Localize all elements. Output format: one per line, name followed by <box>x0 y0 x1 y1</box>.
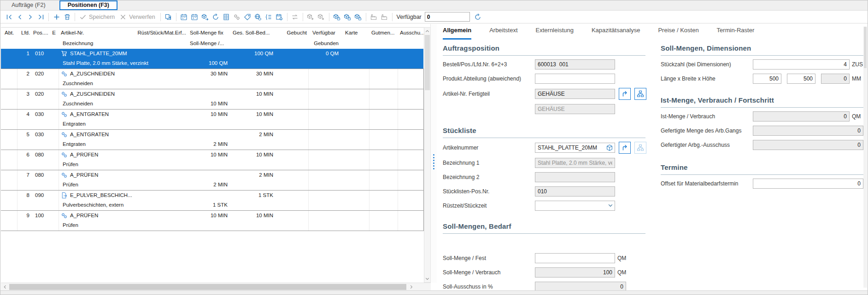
calendar-icon[interactable] <box>180 12 188 21</box>
cell-soll-fix: 10 MIN <box>188 150 231 160</box>
cell-ges-soll: 10 MIN <box>231 150 277 160</box>
cell-lfd: 7 <box>18 170 31 180</box>
artikelnummer-field[interactable] <box>535 143 615 153</box>
save-button[interactable]: Speichern <box>89 14 115 20</box>
col-header-abt[interactable]: Abt. <box>1 28 18 38</box>
soll-menge-verbrauch-field[interactable] <box>535 267 615 278</box>
cube-lock-icon[interactable] <box>354 12 363 21</box>
table-row[interactable]: 1 010 STAHL_PLATTE_20MM 100 QM 0 QM Stah… <box>1 49 424 69</box>
cell-lfd: 9 <box>18 211 31 220</box>
bom-structure-button[interactable] <box>634 142 646 154</box>
laenge-field[interactable] <box>753 74 781 84</box>
produkt-abteilung-field[interactable] <box>535 74 615 84</box>
grid-horizontal-scrollbar[interactable] <box>1 283 431 290</box>
cube-lock-icon[interactable] <box>333 12 341 21</box>
col-header-gutmenge[interactable]: Gutmen... <box>369 28 398 38</box>
tab-auftraege[interactable]: Aufträge (F2) <box>4 0 53 10</box>
table-row[interactable]: 4 030 A_ENTGRATEN 10 MIN 10 MIN Entgrate… <box>1 110 424 130</box>
col-header-lfd[interactable]: Lfd. <box>18 28 31 38</box>
offset-field[interactable] <box>753 179 863 189</box>
col-header-verfuegbar[interactable]: Verfügbar <box>309 28 340 38</box>
col-header-karte[interactable]: Karte <box>340 28 369 38</box>
bom-structure-button[interactable] <box>634 88 646 100</box>
cell-soll-fix: 10 MIN <box>188 110 231 119</box>
grid-vertical-scrollbar[interactable] <box>424 27 431 283</box>
refresh-icon[interactable] <box>474 12 482 21</box>
fertigteil-field[interactable] <box>535 89 615 99</box>
table-row[interactable]: 6 080 A_PRÜFEN 10 MIN 10 MIN Prüfen <box>1 150 424 170</box>
table-row[interactable]: 7 080 A_PRÜFEN 2 MIN Prüfen 2 MIN <box>1 170 424 191</box>
discard-x-icon[interactable] <box>118 12 127 21</box>
tag-icon[interactable] <box>243 12 252 21</box>
col-header-soll-fix[interactable]: Soll-Menge fix <box>188 28 231 38</box>
cube-plus-icon[interactable] <box>306 12 315 21</box>
pane-splitter[interactable] <box>430 24 437 283</box>
scroll-down-icon[interactable] <box>424 275 430 282</box>
scrollbar-thumb[interactable] <box>9 284 406 290</box>
col-header-artikel[interactable]: Artikel-Nr. <box>59 28 135 38</box>
transfer-arrows-icon[interactable] <box>291 12 299 21</box>
col-header-pos[interactable]: Pos.... <box>31 28 49 38</box>
cube-lock-icon[interactable] <box>343 12 352 21</box>
scroll-up-icon[interactable] <box>424 28 430 35</box>
cabinet-icon[interactable] <box>222 12 231 21</box>
next-record-icon[interactable] <box>26 12 35 21</box>
table-row[interactable]: 8 090 E_PULVER_BESCHICH... 1 STK Pulverb… <box>1 191 424 211</box>
breite-field[interactable] <box>787 74 815 84</box>
arbg-ausschuss-field[interactable] <box>753 140 863 150</box>
list-icon[interactable] <box>264 12 273 21</box>
cube-arrow-icon[interactable] <box>201 12 210 21</box>
col-header-ruest[interactable]: Rüst/Stück/Mat.Erf... <box>135 28 188 38</box>
refresh-cycle-icon[interactable] <box>211 12 220 21</box>
last-record-icon[interactable] <box>36 12 45 21</box>
table-row[interactable]: 3 020 A_ZUSCHNEIDEN 10 MIN Zuschneiden 1… <box>1 89 424 110</box>
col-header-gebunden[interactable]: Gebunden <box>309 38 340 49</box>
table-row[interactable]: 5 030 A_ENTGRATEN 2 MIN Entgraten 2 MIN <box>1 130 424 150</box>
scrollbar-thumb[interactable] <box>864 27 867 68</box>
cell-ges-soll: 2 MIN <box>231 170 277 180</box>
first-record-icon[interactable] <box>5 12 13 21</box>
ruestzeit-select[interactable] <box>535 201 615 211</box>
col-header-e[interactable]: E <box>49 28 59 38</box>
delete-row-icon[interactable] <box>63 12 71 21</box>
col-header-gebucht[interactable]: Gebucht <box>277 28 309 38</box>
hoehe-field[interactable] <box>821 74 850 84</box>
detail-vertical-scrollbar[interactable] <box>863 27 867 288</box>
cell-pos: 030 <box>31 110 49 119</box>
stuecklisten-posnr-field[interactable] <box>535 186 615 197</box>
splitter-handle-icon[interactable] <box>433 154 434 169</box>
stueckzahl-field[interactable] <box>753 59 850 69</box>
col-header-bezeichnung[interactable]: Bezeichnung <box>59 38 135 49</box>
scroll-right-icon[interactable] <box>407 283 415 290</box>
cube-remove-icon[interactable] <box>317 12 326 21</box>
bestell-field[interactable] <box>535 59 615 69</box>
scrollbar-thumb[interactable] <box>425 35 430 90</box>
scroll-left-icon[interactable] <box>1 283 8 290</box>
goto-article-button[interactable] <box>619 88 631 100</box>
save-check-icon[interactable] <box>78 12 87 21</box>
calendar-icon[interactable] <box>190 12 199 21</box>
col-header-ausschuss[interactable]: Ausschu... <box>398 28 424 38</box>
factory-icon[interactable] <box>380 12 389 21</box>
copy-position-icon[interactable] <box>164 12 173 21</box>
table-row[interactable]: 2 020 A_ZUSCHNEIDEN 30 MIN 30 MIN Zuschn… <box>1 69 424 89</box>
calendar-gear-icon[interactable] <box>275 12 284 21</box>
chevron-down-icon[interactable] <box>608 203 613 208</box>
col-header-ges-soll[interactable]: Ges. Soll-Bed... <box>231 28 277 38</box>
ruestzeit-field[interactable] <box>535 201 615 211</box>
add-row-icon[interactable] <box>52 12 61 21</box>
factory-icon[interactable] <box>369 12 378 21</box>
cell-pos: 080 <box>31 150 49 160</box>
gears-icon[interactable] <box>233 12 241 21</box>
discard-button[interactable]: Verwerfen <box>129 14 155 20</box>
table-row[interactable]: 9 100 A_PRÜFEN 10 MIN 10 MIN Prüfen <box>1 211 424 231</box>
goto-article-button[interactable] <box>619 142 631 154</box>
ist-menge-field[interactable] <box>753 111 850 121</box>
previous-record-icon[interactable] <box>15 12 24 21</box>
globe-cube-icon[interactable] <box>254 12 263 21</box>
tab-positionen[interactable]: Positionen (F3) <box>59 0 117 10</box>
col-header-soll-menge[interactable]: Soll-Menge /... <box>188 38 231 49</box>
gefertigte-menge-field[interactable] <box>753 126 863 136</box>
soll-menge-fest-field[interactable] <box>535 253 615 263</box>
verfuegbar-input[interactable] <box>425 12 470 22</box>
